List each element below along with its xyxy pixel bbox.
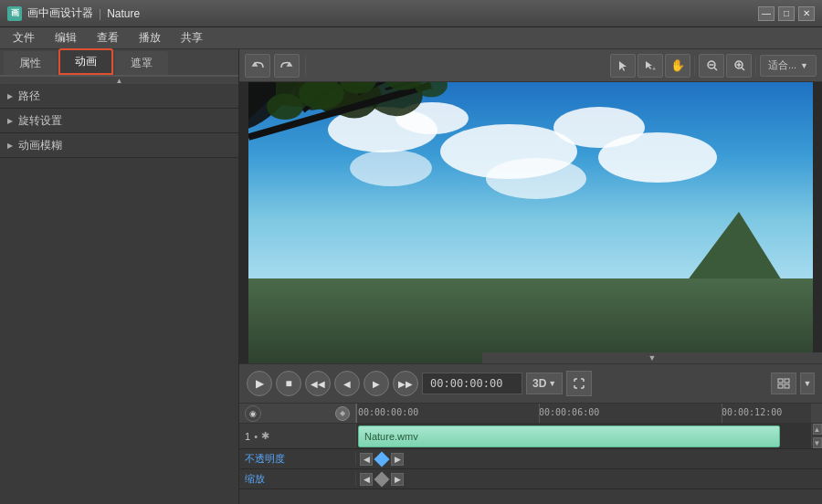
restore-button[interactable]: □: [778, 6, 795, 21]
right-controls: ▼: [771, 373, 815, 394]
menu-file[interactable]: 文件: [4, 28, 44, 47]
clip-name: Nature.wmv: [364, 431, 418, 442]
opacity-label: 不透明度: [239, 452, 356, 466]
svg-text:+: +: [652, 66, 656, 72]
tab-mask[interactable]: 遮罩: [115, 51, 168, 75]
section-animblur: ▶ 动画模糊: [0, 133, 238, 158]
scale-controls: ◀ ▶: [356, 473, 407, 486]
section-animblur-header[interactable]: ▶ 动画模糊: [0, 133, 238, 157]
video-mountain: [684, 212, 785, 285]
section-rotation: ▶ 旋转设置: [0, 109, 238, 133]
svg-rect-22: [785, 384, 789, 388]
track-1-label: 1 • ✱: [239, 424, 356, 448]
svg-marker-1: [646, 61, 652, 69]
play-button[interactable]: ▶: [247, 371, 272, 396]
title-separator: |: [99, 7, 101, 20]
section-rotation-label: 旋转设置: [18, 113, 62, 129]
minimize-button[interactable]: —: [758, 6, 775, 21]
stop-button[interactable]: ■: [276, 371, 301, 396]
menu-play[interactable]: 播放: [130, 28, 170, 47]
window-controls: — □ ✕: [758, 6, 815, 21]
opacity-row: 不透明度 ◀ ▶: [239, 449, 822, 469]
track-1-content: Nature.wmv: [356, 424, 811, 448]
svg-line-9: [742, 68, 744, 70]
hand-tool[interactable]: ✋: [665, 54, 690, 78]
undo-button[interactable]: [245, 54, 270, 78]
tab-properties[interactable]: 属性: [4, 51, 57, 75]
close-button[interactable]: ✕: [798, 6, 815, 21]
video-ground: [248, 278, 813, 363]
svg-rect-20: [785, 379, 789, 383]
scale-row: 缩放 ◀ ▶: [239, 469, 822, 489]
scroll-down[interactable]: ▼: [813, 437, 822, 448]
timeline-ruler: ◉ ◆ 00:00:00:00 00:00:06:00 00:00:12:00: [239, 404, 822, 424]
menu-view[interactable]: 查看: [88, 28, 128, 47]
ruler-time-1: 00:00:06:00: [539, 407, 599, 417]
section-path-arrow: ▶: [7, 92, 13, 100]
scroll-up[interactable]: ▲: [813, 424, 822, 435]
timeline-ruler-left: ◉ ◆: [239, 404, 356, 423]
track-1-icon: ✱: [261, 430, 269, 442]
scale-keyframe[interactable]: [374, 471, 390, 487]
cursor-tool[interactable]: [610, 54, 636, 78]
timeline-ruler-right: 00:00:00:00 00:00:06:00 00:00:12:00: [356, 404, 811, 423]
section-path-header[interactable]: ▶ 路径: [0, 84, 238, 108]
toolbar: + ✋ 适合... ▼: [239, 49, 822, 82]
redo-button[interactable]: [274, 54, 300, 78]
section-path-label: 路径: [18, 89, 40, 104]
grid-arrow-button[interactable]: ▼: [800, 373, 815, 394]
track-clip-nature[interactable]: Nature.wmv: [358, 425, 780, 447]
toolbar-sep-3: [755, 56, 756, 76]
add-cursor-tool[interactable]: +: [638, 54, 663, 78]
menu-share[interactable]: 共享: [172, 28, 212, 47]
opacity-keyframe[interactable]: [374, 451, 390, 467]
track-1-num: 1: [245, 431, 250, 442]
ruler-time-0: 00:00:00:00: [358, 407, 418, 417]
mode-label: 3D: [532, 377, 546, 390]
menu-edit[interactable]: 编辑: [46, 28, 86, 47]
toolbar-sep-1: [305, 56, 306, 76]
prev-frame-button[interactable]: ◀◀: [305, 371, 331, 396]
opacity-controls: ◀ ▶: [356, 453, 407, 466]
svg-line-5: [714, 68, 717, 70]
tool-group: + ✋ 适合... ▼: [610, 54, 817, 78]
scale-left-arrow[interactable]: ◀: [360, 473, 373, 486]
grid-button[interactable]: [771, 373, 796, 394]
timecode: 00:00:00:00: [430, 377, 502, 390]
zoom-in-tool[interactable]: [726, 54, 752, 78]
menubar: 文件 编辑 查看 播放 共享: [0, 27, 822, 49]
opacity-left-arrow[interactable]: ◀: [360, 453, 373, 466]
fullscreen-button[interactable]: [566, 371, 592, 396]
tab-animation[interactable]: 动画: [58, 48, 113, 75]
opacity-right-arrow[interactable]: ▶: [391, 453, 404, 466]
fit-button[interactable]: 适合... ▼: [760, 55, 817, 77]
section-path: ▶ 路径: [0, 84, 238, 109]
section-animblur-label: 动画模糊: [18, 138, 62, 153]
scale-right-arrow[interactable]: ▶: [391, 473, 404, 486]
3d-mode-button[interactable]: 3D ▼: [526, 373, 563, 394]
scale-label: 缩放: [239, 472, 356, 486]
scroll-top: ▲: [0, 77, 238, 84]
right-area: + ✋ 适合... ▼: [239, 49, 822, 504]
app-name: 画中画设计器: [27, 5, 93, 21]
file-name: Nature: [107, 7, 140, 20]
section-rotation-arrow: ▶: [7, 117, 13, 125]
fit-label: 适合...: [768, 58, 796, 72]
section-rotation-header[interactable]: ▶ 旋转设置: [0, 109, 238, 132]
next-frame-button[interactable]: ▶▶: [393, 371, 418, 396]
branches-overlay: [248, 82, 559, 198]
svg-marker-0: [619, 61, 627, 71]
svg-rect-19: [778, 379, 783, 383]
step-back-button[interactable]: ◀: [334, 371, 360, 396]
timeline-scrollbar[interactable]: ▲ ▼: [811, 424, 822, 448]
step-fwd-button[interactable]: ▶: [364, 371, 389, 396]
keyframe-icon: ◆: [335, 406, 350, 421]
fit-arrow: ▼: [800, 61, 808, 70]
toolbar-sep-2: [694, 56, 695, 76]
zoom-out-tool[interactable]: [699, 54, 724, 78]
preview-scroll-bottom: ▼: [482, 352, 822, 363]
cloud-5: [598, 132, 717, 183]
main-layout: 属性 动画 遮罩 ▲ ▶ 路径 ▶ 旋转设置 ▶ 动画模糊: [0, 49, 822, 504]
tab-bar: 属性 动画 遮罩: [0, 49, 238, 77]
playback-bar: ▶ ■ ◀◀ ◀ ▶ ▶▶ 00:00:00:00 3D ▼: [239, 363, 822, 404]
